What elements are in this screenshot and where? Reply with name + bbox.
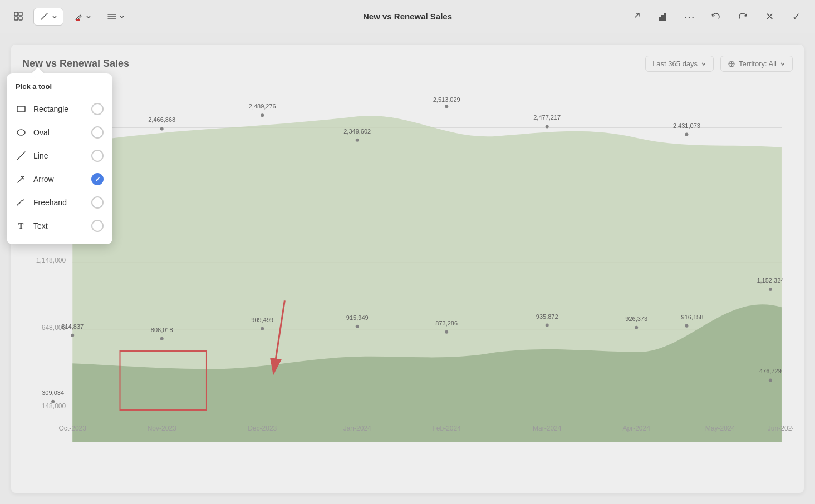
svg-text:1,148,000: 1,148,000 — [36, 256, 66, 264]
svg-text:476,729: 476,729 — [759, 368, 782, 374]
main-content: New vs Renewal Sales Last 365 days Terri… — [0, 33, 815, 504]
svg-text:May-2024: May-2024 — [705, 424, 735, 432]
data-point — [445, 105, 448, 108]
svg-text:Apr-2024: Apr-2024 — [622, 424, 650, 432]
radio-text — [91, 220, 104, 232]
app-window: New vs Renewal Sales ⋯ — [0, 0, 815, 504]
svg-text:Mar-2024: Mar-2024 — [533, 424, 562, 432]
arrow-icon — [16, 174, 27, 185]
svg-line-53 — [17, 152, 25, 160]
svg-text:2,513,029: 2,513,029 — [433, 96, 460, 103]
svg-text:909,499: 909,499 — [251, 317, 273, 323]
time-filter-label: Last 365 days — [652, 60, 698, 68]
tool-item-text[interactable]: T Text — [7, 214, 112, 238]
time-filter-button[interactable]: Last 365 days — [645, 56, 714, 72]
radio-arrow — [91, 173, 104, 185]
chart-legend: New vs Renewal Sales — [22, 81, 793, 88]
highlight-tool-button[interactable] — [68, 8, 97, 25]
svg-rect-1 — [19, 12, 22, 16]
territory-filter-button[interactable]: Territory: All — [720, 56, 793, 72]
tool-item-freehand[interactable]: Freehand — [7, 191, 112, 214]
data-point — [71, 334, 74, 337]
tool-item-left: Rectangle — [16, 103, 68, 115]
undo-button[interactable] — [706, 7, 726, 27]
tool-item-rectangle[interactable]: Rectangle — [7, 97, 112, 121]
toolbar-left — [9, 7, 130, 27]
text-icon: T — [16, 220, 27, 231]
svg-text:2,466,868: 2,466,868 — [148, 116, 175, 123]
tool-item-arrow[interactable]: Arrow — [7, 167, 112, 191]
svg-point-52 — [17, 130, 25, 135]
line-icon — [16, 150, 27, 161]
data-point — [546, 324, 549, 327]
svg-text:935,872: 935,872 — [536, 313, 558, 320]
tool-picker-dropdown: Pick a tool Rectangle — [7, 73, 112, 244]
done-button[interactable]: ✓ — [786, 7, 806, 27]
more-options-button[interactable]: ⋯ — [679, 7, 699, 27]
svg-text:926,373: 926,373 — [625, 315, 647, 322]
svg-text:873,286: 873,286 — [435, 320, 458, 327]
svg-rect-2 — [14, 17, 18, 20]
tool-item-left: Line — [16, 150, 48, 161]
chart-icon-button[interactable] — [652, 7, 672, 27]
svg-text:814,837: 814,837 — [61, 323, 84, 330]
tool-name-line: Line — [33, 151, 48, 160]
svg-text:915,949: 915,949 — [346, 314, 369, 321]
svg-text:Dec-2023: Dec-2023 — [248, 424, 277, 432]
tool-name-rectangle: Rectangle — [33, 105, 68, 113]
svg-text:309,034: 309,034 — [42, 389, 64, 396]
radio-line — [91, 150, 104, 162]
toolbar-title: New vs Renewal Sales — [363, 12, 452, 21]
svg-rect-51 — [17, 106, 25, 112]
grid-icon-button[interactable] — [9, 7, 29, 27]
radio-rectangle — [91, 103, 104, 115]
menu-button[interactable] — [101, 8, 130, 25]
tool-name-arrow: Arrow — [33, 175, 54, 184]
radio-oval — [91, 126, 104, 139]
svg-text:806,018: 806,018 — [151, 327, 173, 333]
data-point — [685, 133, 688, 136]
svg-rect-3 — [19, 17, 22, 20]
data-point — [51, 400, 55, 403]
svg-line-54 — [18, 176, 24, 182]
svg-text:2,431,073: 2,431,073 — [673, 122, 700, 129]
tool-item-line[interactable]: Line — [7, 144, 112, 167]
svg-line-4 — [41, 14, 47, 19]
data-point — [160, 337, 164, 340]
svg-text:916,158: 916,158 — [681, 314, 704, 320]
expand-button[interactable] — [626, 7, 646, 27]
svg-rect-5 — [76, 19, 80, 21]
svg-text:T: T — [18, 222, 24, 230]
tool-item-oval[interactable]: Oval — [7, 121, 112, 144]
chart-svg-container: 2,148,000 1,648,000 1,148,000 648,000 14… — [22, 94, 793, 476]
svg-text:1,152,324: 1,152,324 — [757, 277, 784, 284]
svg-text:2,477,217: 2,477,217 — [533, 114, 561, 121]
tool-item-left: Freehand — [16, 197, 67, 208]
tool-name-oval: Oval — [33, 128, 50, 137]
data-point — [445, 330, 448, 334]
svg-text:Jun-2024: Jun-2024 — [768, 424, 793, 432]
data-point — [261, 327, 264, 330]
dropdown-title: Pick a tool — [7, 80, 112, 97]
tool-item-left: Oval — [16, 127, 50, 138]
svg-text:Feb-2024: Feb-2024 — [432, 424, 461, 432]
tool-item-left: T Text — [16, 220, 48, 231]
svg-text:2,489,276: 2,489,276 — [249, 103, 276, 110]
chart-svg: 2,148,000 1,648,000 1,148,000 648,000 14… — [22, 94, 793, 476]
radio-freehand — [91, 196, 104, 209]
redo-button[interactable] — [733, 7, 753, 27]
tool-name-freehand: Freehand — [33, 198, 67, 207]
close-button[interactable]: ✕ — [759, 7, 779, 27]
svg-rect-10 — [661, 15, 664, 21]
freehand-icon — [16, 197, 27, 208]
data-point — [356, 139, 359, 142]
data-point — [635, 326, 638, 329]
svg-rect-11 — [664, 13, 666, 21]
data-point — [769, 378, 772, 382]
chart-panel: New vs Renewal Sales Last 365 days Terri… — [11, 45, 804, 493]
rectangle-icon — [16, 103, 27, 115]
data-point — [546, 125, 549, 128]
tool-name-text: Text — [33, 221, 48, 230]
svg-rect-9 — [659, 17, 661, 21]
draw-tool-button[interactable] — [33, 8, 63, 26]
